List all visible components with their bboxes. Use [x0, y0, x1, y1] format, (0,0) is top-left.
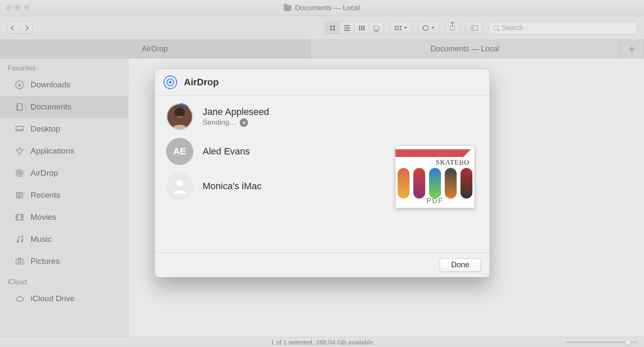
movies-icon — [14, 212, 25, 222]
recipient-list: Jane Appleseed Sending… ✕ AE Aled Evans — [166, 103, 378, 245]
view-columns-button[interactable] — [355, 22, 369, 34]
tab-bar: AirDrop Documents — Local + — [0, 40, 644, 59]
sidebar-item-label: Recents — [31, 190, 60, 200]
sidebar-item-label: Desktop — [31, 124, 60, 134]
recipient-jane[interactable]: Jane Appleseed Sending… ✕ — [166, 103, 378, 130]
columns-icon — [359, 25, 364, 31]
tab-documents[interactable]: Documents — Local — [310, 40, 620, 58]
close-window-button[interactable] — [6, 5, 11, 11]
sidebar-item-recents[interactable]: Recents — [0, 184, 128, 206]
avatar-initials: AE — [166, 138, 193, 165]
sidebar-item-label: AirDrop — [31, 168, 58, 178]
forward-button[interactable] — [20, 22, 32, 34]
sidebar-item-icloud-drive[interactable]: iCloud Drive — [0, 288, 128, 310]
toolbar-right: Search — [325, 22, 637, 34]
minimize-window-button[interactable] — [15, 5, 20, 11]
sidebar-item-downloads[interactable]: Downloads — [0, 74, 128, 96]
sidebar-item-label: Pictures — [31, 257, 60, 266]
sidebar-item-applications[interactable]: Applications — [0, 140, 128, 162]
folder-icon — [284, 5, 291, 11]
icon-size-slider[interactable] — [565, 341, 637, 343]
view-gallery-button[interactable] — [369, 22, 384, 34]
nav-buttons — [7, 22, 33, 34]
sheet-title: AirDrop — [184, 77, 219, 88]
status-text: 1 of 1 selected, 168.04 GB available — [271, 339, 373, 346]
svg-rect-9 — [16, 259, 23, 264]
sidebar-item-desktop[interactable]: Desktop — [0, 118, 128, 140]
chevron-down-icon — [431, 27, 435, 29]
recipient-aled[interactable]: AE Aled Evans — [166, 138, 378, 165]
documents-icon — [14, 102, 25, 112]
tab-airdrop[interactable]: AirDrop — [0, 40, 310, 58]
traffic-lights — [6, 5, 29, 11]
preview-type-label: PDF — [395, 197, 475, 205]
sidebar-item-music[interactable]: Music — [0, 228, 128, 250]
grid-icon — [330, 25, 335, 31]
applications-icon — [14, 146, 25, 156]
action-button[interactable] — [418, 22, 439, 34]
recipient-status: Sending… — [203, 118, 236, 127]
chevron-down-icon — [404, 27, 407, 29]
arrange-icon — [395, 26, 401, 30]
sidebar-item-pictures[interactable]: Pictures — [0, 250, 128, 272]
desktop-icon — [14, 124, 25, 134]
done-button[interactable]: Done — [440, 258, 481, 272]
avatar: AE — [166, 138, 193, 165]
window-titlebar: Documents — Local — [0, 0, 644, 16]
tag-icon — [470, 25, 478, 31]
status-bar: 1 of 1 selected, 168.04 GB available — [0, 337, 644, 347]
music-icon — [14, 234, 25, 244]
sheet-footer: Done — [155, 252, 489, 277]
avatar — [166, 103, 193, 130]
view-icons-button[interactable] — [326, 22, 340, 34]
sidebar-item-label: Music — [31, 235, 52, 244]
svg-point-13 — [176, 180, 183, 187]
person-photo-icon — [167, 104, 192, 129]
airdrop-icon — [14, 168, 25, 178]
sheet-header: AirDrop — [155, 69, 489, 95]
sidebar-item-label: Downloads — [31, 80, 71, 90]
recipient-monica[interactable]: Monica's iMac — [166, 173, 378, 200]
search-icon — [493, 25, 498, 31]
view-switcher — [325, 22, 384, 34]
window-title: Documents — Local — [0, 4, 644, 12]
view-list-button[interactable] — [340, 22, 355, 34]
search-input[interactable]: Search — [489, 22, 637, 34]
cancel-send-button[interactable]: ✕ — [240, 118, 248, 127]
sidebar-item-label: Movies — [31, 213, 56, 222]
page-curl-icon — [460, 146, 475, 160]
sidebar-item-label: Documents — [31, 102, 71, 112]
share-icon — [450, 25, 455, 30]
chevron-right-icon — [23, 25, 29, 31]
svg-rect-6 — [16, 215, 23, 220]
recipient-status-row: Sending… ✕ — [203, 118, 269, 127]
tags-button[interactable] — [466, 22, 483, 34]
recipient-name: Jane Appleseed — [203, 106, 269, 118]
sidebar: Favorites Downloads Documents Desktop Ap… — [0, 59, 128, 337]
window-title-text: Documents — Local — [295, 4, 360, 12]
pictures-icon — [14, 256, 25, 266]
airdrop-sheet: AirDrop Jane Appleseed Sending… ✕ — [155, 69, 490, 277]
search-placeholder: Search — [502, 24, 523, 32]
chevron-left-icon — [11, 25, 16, 31]
gallery-icon — [373, 26, 379, 30]
gear-icon — [423, 25, 429, 31]
preview-artwork — [395, 168, 475, 199]
svg-rect-5 — [17, 193, 23, 198]
new-tab-button[interactable]: + — [620, 40, 644, 58]
zoom-window-button[interactable] — [24, 5, 29, 11]
cloud-icon — [14, 294, 25, 304]
arrange-button[interactable] — [390, 22, 412, 34]
sidebar-item-airdrop[interactable]: AirDrop — [0, 162, 128, 184]
sidebar-item-documents[interactable]: Documents — [0, 96, 128, 118]
sidebar-item-label: iCloud Drive — [31, 294, 74, 303]
sidebar-header-icloud: iCloud — [0, 272, 128, 288]
toolbar: Search — [0, 16, 644, 40]
generic-person-icon — [171, 177, 189, 195]
back-button[interactable] — [7, 22, 20, 34]
list-icon — [344, 25, 350, 31]
svg-point-10 — [18, 260, 21, 263]
sidebar-item-movies[interactable]: Movies — [0, 206, 128, 228]
share-button[interactable] — [445, 22, 460, 34]
recents-icon — [14, 190, 25, 200]
